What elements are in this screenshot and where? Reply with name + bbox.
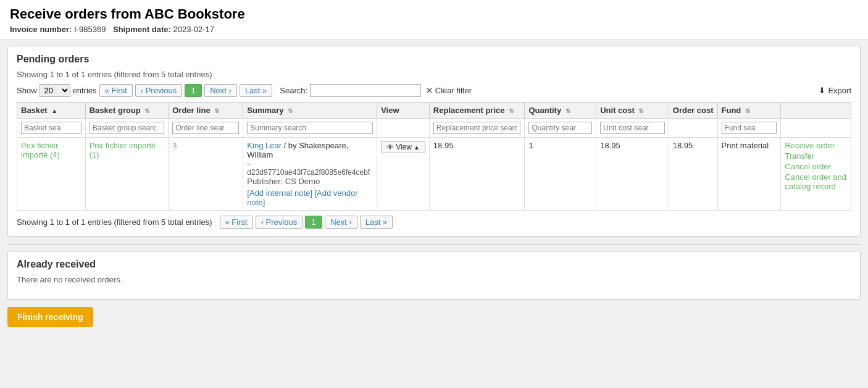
orders-table: Basket ▲ Basket group ⇅ Order line ⇅ Sum…: [17, 102, 851, 211]
pending-orders-title: Pending orders: [17, 54, 851, 65]
no-received-text: There are no received orders.: [17, 275, 851, 284]
summary-cell: King Lear / by Shakespeare, William – d2…: [243, 138, 377, 211]
th-order-cost: Order cost: [669, 103, 717, 119]
quantity-value: 1: [528, 141, 533, 150]
summary-title-line: King Lear / by Shakespeare, William: [247, 141, 373, 159]
basket-group-link[interactable]: Prix fichier importé (1): [90, 141, 156, 159]
first-btn-bottom[interactable]: « First: [220, 216, 253, 229]
fund-search-input[interactable]: [722, 122, 777, 134]
th-fund: Fund ⇅: [717, 103, 781, 119]
sort-icon-basket-group[interactable]: ⇅: [144, 108, 149, 114]
order-cost-value: 18.95: [673, 141, 693, 150]
export-label: Export: [828, 86, 851, 95]
th-unit-cost: Unit cost ⇅: [596, 103, 669, 119]
th-quantity: Quantity ⇅: [525, 103, 596, 119]
divider: [7, 244, 861, 245]
search-fund: [717, 119, 781, 138]
replacement-price-search-input[interactable]: [433, 122, 521, 134]
order-line-cell: 3: [169, 138, 243, 211]
next-btn-top[interactable]: Next ›: [204, 84, 237, 97]
current-page-top: 1: [185, 84, 202, 97]
table-row: Prix fichier importé (4) Prix fichier im…: [17, 138, 851, 211]
invoice-line: Invoice number: I-985369 Shipment date: …: [10, 25, 858, 34]
summary-hash: – d23d97710ae43f7ca2f8085e6fe4cebf: [247, 159, 373, 177]
order-cost-cell: 18.95: [669, 138, 717, 211]
entries-label: entries: [73, 86, 97, 95]
search-order-line: [169, 119, 243, 138]
sort-icon-quantity[interactable]: ⇅: [565, 108, 570, 114]
quantity-cell: 1: [525, 138, 596, 211]
order-line-link[interactable]: 3: [172, 141, 177, 150]
search-label: Search:: [280, 86, 307, 95]
show-select[interactable]: 10 20 50 100: [40, 84, 70, 97]
download-icon: ⬇: [819, 86, 825, 95]
action-links: Receive order Transfer Cancel order Canc…: [785, 141, 847, 191]
replacement-price-cell: 18.95: [429, 138, 525, 211]
already-received-title: Already received: [17, 259, 851, 270]
order-line-search-input[interactable]: [172, 122, 239, 134]
showing-text-top: Showing 1 to 1 of 1 entries (filtered fr…: [17, 70, 851, 79]
first-btn-top[interactable]: « First: [99, 84, 133, 97]
publisher-text: Publisher: CS Demo: [247, 177, 373, 186]
th-order-line: Order line ⇅: [169, 103, 243, 119]
last-btn-top[interactable]: Last »: [240, 84, 272, 97]
clear-filter-btn[interactable]: ✕ Clear filter: [424, 86, 474, 95]
cancel-catalog-link[interactable]: Cancel order and catalog record: [785, 172, 847, 191]
table-header-row: Basket ▲ Basket group ⇅ Order line ⇅ Sum…: [17, 103, 851, 119]
search-replacement-price: [429, 119, 525, 138]
th-basket: Basket ▲: [17, 103, 86, 119]
transfer-link[interactable]: Transfer: [785, 151, 847, 161]
note-links: [Add internal note] [Add vendor note]: [247, 188, 373, 207]
export-btn[interactable]: ⬇ Export: [819, 86, 851, 95]
invoice-label: Invoice number:: [10, 25, 72, 34]
bottom-pagination: Showing 1 to 1 of 1 entries (filtered fr…: [17, 216, 851, 229]
view-btn[interactable]: 👁 View ▲: [381, 141, 425, 153]
basket-group-cell: Prix fichier importé (1): [85, 138, 169, 211]
previous-btn-bottom[interactable]: ‹ Previous: [256, 216, 303, 229]
summary-search-input[interactable]: [247, 122, 373, 134]
fund-value: Print material: [722, 141, 769, 150]
main-content: Pending orders Showing 1 to 1 of 1 entri…: [0, 40, 868, 333]
current-page-bottom: 1: [305, 216, 322, 229]
previous-btn-top[interactable]: ‹ Previous: [135, 84, 183, 97]
unit-cost-search-input[interactable]: [600, 122, 665, 134]
receive-order-link[interactable]: Receive order: [785, 141, 847, 150]
th-replacement-price: Replacement price ⇅: [429, 103, 525, 119]
basket-link[interactable]: Prix fichier importé (4): [21, 141, 60, 159]
th-summary: Summary ⇅: [243, 103, 377, 119]
sort-icon-basket[interactable]: ▲: [51, 108, 57, 114]
shipment-label: Shipment date:: [113, 25, 171, 34]
next-btn-bottom[interactable]: Next ›: [325, 216, 357, 229]
basket-cell: Prix fichier importé (4): [17, 138, 86, 211]
view-cell: 👁 View ▲: [377, 138, 430, 211]
invoice-number: I-985369: [74, 25, 106, 34]
sort-icon-summary[interactable]: ⇅: [288, 108, 293, 114]
show-label: Show: [17, 86, 37, 95]
sort-icon-replacement-price[interactable]: ⇅: [509, 108, 514, 114]
th-actions: [781, 103, 851, 119]
actions-cell: Receive order Transfer Cancel order Canc…: [781, 138, 851, 211]
basket-search-input[interactable]: [21, 122, 81, 134]
already-received-section: Already received There are no received o…: [7, 251, 861, 300]
basket-group-search-input[interactable]: [90, 122, 165, 134]
add-internal-note-link[interactable]: [Add internal note]: [247, 188, 312, 198]
page-header: Receive orders from ABC Bookstore Invoic…: [0, 0, 868, 40]
finish-receiving-button[interactable]: Finish receiving: [7, 307, 93, 327]
sort-icon-fund[interactable]: ⇅: [745, 108, 750, 114]
search-actions: [781, 119, 851, 138]
showing-text-bottom: Showing 1 to 1 of 1 entries (filtered fr…: [17, 217, 212, 227]
fund-cell: Print material: [717, 138, 781, 211]
search-basket: [17, 119, 86, 138]
pending-orders-section: Pending orders Showing 1 to 1 of 1 entri…: [7, 46, 861, 237]
sort-icon-unit-cost[interactable]: ⇅: [638, 108, 643, 114]
cancel-order-link[interactable]: Cancel order: [785, 162, 847, 171]
unit-cost-value: 18.95: [600, 141, 620, 150]
quantity-search-input[interactable]: [528, 122, 592, 134]
sort-icon-order-line[interactable]: ⇅: [214, 108, 219, 114]
title-link[interactable]: King Lear: [247, 141, 282, 150]
search-input[interactable]: [310, 84, 421, 97]
eye-icon: 👁: [386, 143, 394, 151]
search-summary: [243, 119, 377, 138]
last-btn-bottom[interactable]: Last »: [360, 216, 393, 229]
th-view: View: [377, 103, 430, 119]
